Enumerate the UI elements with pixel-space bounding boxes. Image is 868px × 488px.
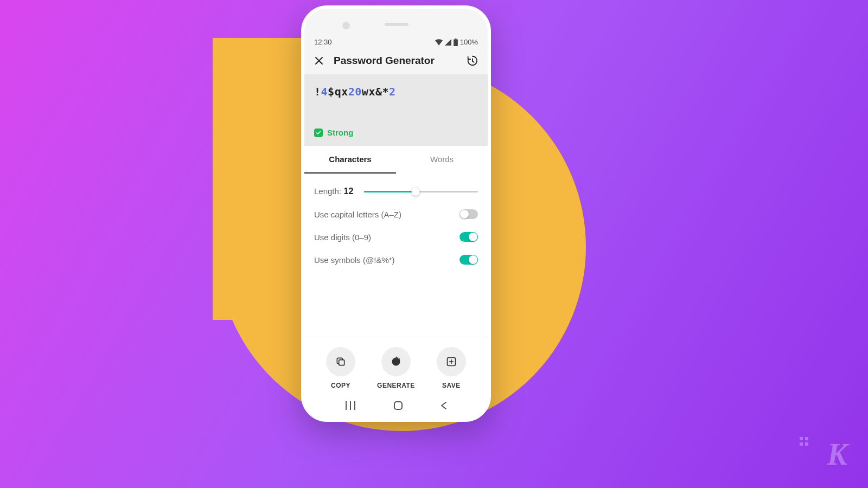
setting-label: Use symbols (@!&%*) <box>314 255 395 265</box>
generated-password: !4$qx20wx&*2 <box>314 85 478 98</box>
battery-percent: 100% <box>460 38 478 46</box>
home-nav-icon[interactable] <box>394 401 403 410</box>
toggle-thumb <box>460 210 469 219</box>
phone-frame: 12:30 100% Password Generator !4$qx20wx&… <box>301 5 491 422</box>
action-bar: COPY GENERATE SAVE <box>304 337 488 395</box>
save-label: SAVE <box>442 382 461 389</box>
svg-rect-0 <box>454 39 458 46</box>
app-bar: Password Generator <box>304 46 488 74</box>
camera-dot <box>342 22 350 29</box>
page-title: Password Generator <box>334 55 456 67</box>
length-slider[interactable] <box>364 191 478 192</box>
recents-nav-icon[interactable] <box>345 401 356 410</box>
battery-icon <box>454 38 458 46</box>
password-display: !4$qx20wx&*2 Strong <box>304 74 488 146</box>
close-icon[interactable] <box>314 56 324 66</box>
toggle-switch[interactable] <box>459 209 478 219</box>
strength-label: Strong <box>327 128 353 137</box>
slider-thumb[interactable] <box>411 188 419 196</box>
status-icons: 100% <box>435 38 478 46</box>
copy-label: COPY <box>331 382 350 389</box>
generate-label: GENERATE <box>377 382 415 389</box>
svg-rect-1 <box>455 38 456 40</box>
tab-characters[interactable]: Characters <box>304 146 396 174</box>
svg-rect-3 <box>339 360 344 365</box>
setting-row: Use digits (0–9) <box>314 226 478 248</box>
setting-label: Use digits (0–9) <box>314 233 371 242</box>
strength-indicator: Strong <box>314 128 478 137</box>
status-bar: 12:30 100% <box>304 33 488 46</box>
copy-button[interactable]: COPY <box>326 347 355 389</box>
wifi-icon <box>435 39 443 46</box>
status-time: 12:30 <box>314 38 332 46</box>
speaker-slot <box>385 23 409 26</box>
tab-words[interactable]: Words <box>396 146 488 174</box>
plus-square-icon <box>446 356 457 367</box>
refresh-icon <box>391 356 401 367</box>
length-row: Length: 12 <box>314 183 478 203</box>
toggle-thumb <box>469 233 477 241</box>
tabs: CharactersWords <box>304 146 488 174</box>
toggle-thumb <box>469 255 477 264</box>
setting-row: Use capital letters (A–Z) <box>314 203 478 226</box>
toggle-switch[interactable] <box>459 232 478 242</box>
toggle-switch[interactable] <box>459 255 478 265</box>
android-nav-bar <box>304 395 488 419</box>
slider-fill <box>364 191 415 192</box>
copy-icon <box>335 356 346 367</box>
shield-check-icon <box>314 129 323 137</box>
watermark-logo: K <box>827 437 846 472</box>
history-icon[interactable] <box>466 55 478 67</box>
length-label: Length: 12 <box>314 187 353 196</box>
setting-label: Use capital letters (A–Z) <box>314 210 401 219</box>
watermark-dots <box>800 437 808 446</box>
save-button[interactable]: SAVE <box>437 347 466 389</box>
length-value: 12 <box>344 187 354 196</box>
back-nav-icon[interactable] <box>441 401 447 410</box>
svg-rect-6 <box>394 402 402 409</box>
generate-button[interactable]: GENERATE <box>377 347 415 389</box>
setting-row: Use symbols (@!&%*) <box>314 248 478 271</box>
settings-panel: Length: 12 Use capital letters (A–Z)Use … <box>304 174 488 337</box>
signal-icon <box>445 39 451 46</box>
